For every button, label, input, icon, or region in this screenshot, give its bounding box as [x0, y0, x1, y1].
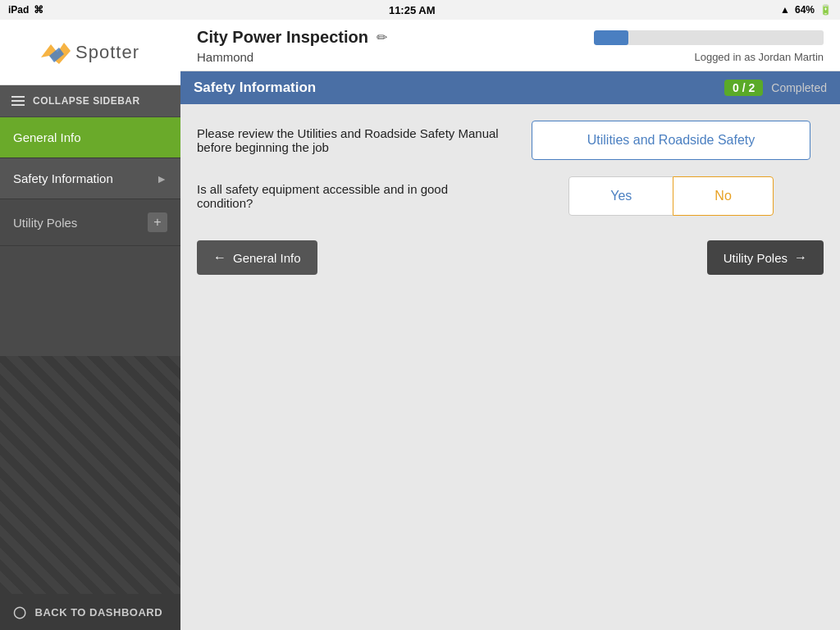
dashboard-icon: ◯ — [13, 605, 27, 619]
arrow-left-icon: ← — [213, 250, 226, 265]
section-title: Safety Information — [194, 80, 316, 96]
header-subtitle: Hammond — [197, 50, 253, 64]
back-button-label: General Info — [233, 251, 301, 265]
form-action-1: Utilities and Roadside Safety — [518, 121, 824, 160]
form-action-2: Yes No — [518, 176, 824, 216]
sidebar-nav: General Info Safety Information ► Utilit… — [0, 117, 180, 356]
location-icon: ▲ — [780, 4, 790, 16]
completed-label: Completed — [771, 81, 827, 94]
progress-bar — [594, 30, 824, 45]
logo-bird-icon — [41, 41, 71, 64]
sidebar-item-utility-poles[interactable]: Utility Poles + — [0, 199, 180, 246]
yes-no-group: Yes No — [568, 176, 774, 216]
battery-label: 64% — [795, 4, 815, 16]
section-badge: 0 / 2 — [724, 80, 763, 96]
sidebar-item-label: Utility Poles — [13, 216, 77, 230]
collapse-sidebar-button[interactable]: COLLAPSE SIDEBAR — [0, 85, 180, 117]
header-user: Logged in as Jordan Martin — [694, 51, 824, 63]
utilities-roadside-safety-button[interactable]: Utilities and Roadside Safety — [532, 121, 810, 160]
no-button[interactable]: No — [673, 176, 773, 216]
form-row-2: Is all safety equipment accessible and i… — [197, 176, 824, 216]
hamburger-icon — [11, 96, 25, 106]
battery-icon: 🔋 — [819, 4, 832, 16]
device-label: iPad — [8, 4, 29, 16]
app-container: Spotter COLLAPSE SIDEBAR General Info Sa… — [0, 20, 840, 630]
sidebar-pattern — [0, 356, 180, 595]
edit-icon[interactable]: ✏ — [377, 30, 387, 45]
section-badge-row: 0 / 2 Completed — [724, 80, 827, 96]
sidebar-item-right: ► — [156, 172, 167, 185]
add-utility-pole-button[interactable]: + — [148, 212, 167, 232]
status-bar: iPad ⌘ 11:25 AM ▲ 64% 🔋 — [0, 0, 840, 20]
nav-buttons: ← General Info Utility Poles → — [197, 232, 824, 283]
main-content: City Power Inspection ✏ Hammond Logged i… — [180, 20, 840, 630]
status-right: ▲ 64% 🔋 — [780, 4, 832, 16]
status-left: iPad ⌘ — [8, 4, 43, 16]
sidebar-item-label: Safety Information — [13, 171, 113, 185]
header-title: City Power Inspection — [197, 28, 368, 47]
header-title-row: City Power Inspection ✏ — [197, 28, 387, 47]
logo-text: Spotter — [75, 42, 139, 63]
status-time: 11:25 AM — [389, 4, 436, 16]
form-question-1: Please review the Utilities and Roadside… — [197, 126, 502, 154]
sidebar-item-right: + — [148, 212, 167, 232]
yes-button[interactable]: Yes — [568, 176, 673, 216]
chevron-right-icon: ► — [156, 172, 167, 185]
arrow-right-icon: → — [794, 250, 807, 265]
sidebar-item-safety-information[interactable]: Safety Information ► — [0, 158, 180, 199]
back-to-dashboard-button[interactable]: ◯ BACK TO DASHBOARD — [0, 594, 180, 630]
forward-button-label: Utility Poles — [724, 251, 788, 265]
section-header: Safety Information 0 / 2 Completed — [180, 71, 840, 104]
form-area: Please review the Utilities and Roadside… — [180, 104, 840, 630]
forward-button[interactable]: Utility Poles → — [707, 240, 824, 275]
sidebar-logo: Spotter — [0, 20, 180, 85]
progress-bar-fill — [594, 30, 628, 45]
sidebar: Spotter COLLAPSE SIDEBAR General Info Sa… — [0, 20, 180, 630]
form-question-2: Is all safety equipment accessible and i… — [197, 182, 502, 210]
collapse-sidebar-label: COLLAPSE SIDEBAR — [33, 95, 140, 107]
back-to-dashboard-label: BACK TO DASHBOARD — [35, 606, 163, 619]
header: City Power Inspection ✏ Hammond Logged i… — [180, 20, 840, 71]
sidebar-item-label: General Info — [13, 130, 81, 144]
header-top: City Power Inspection ✏ — [197, 28, 824, 47]
wifi-icon: ⌘ — [34, 4, 43, 16]
back-button[interactable]: ← General Info — [197, 240, 317, 275]
sidebar-item-general-info[interactable]: General Info — [0, 117, 180, 158]
form-row-1: Please review the Utilities and Roadside… — [197, 121, 824, 160]
